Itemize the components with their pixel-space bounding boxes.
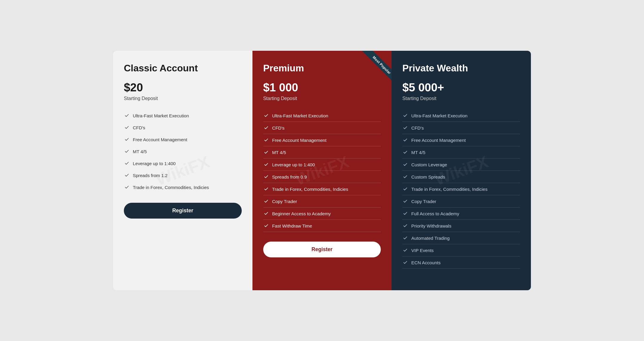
feature-text: Free Account Management [272,138,326,143]
list-item: Leverage up to 1:400 [263,159,381,171]
classic-title: Classic Account [124,63,242,74]
check-icon [263,125,269,131]
list-item: MT 4/5 [263,146,381,159]
list-item: CFD's [263,122,381,134]
check-icon [402,247,408,253]
premium-deposit-label: Starting Deposit [263,96,381,101]
list-item: Ultra-Fast Market Execution [263,110,381,122]
list-item: Copy Trader [263,195,381,208]
feature-text: Custom Spreads [411,174,445,179]
feature-text: Trade in Forex, Commodities, Indicies [411,187,487,192]
check-icon [263,198,269,204]
list-item: Trade in Forex, Commodities, Indicies [124,181,242,193]
feature-text: CFD's [272,125,285,130]
check-icon [124,136,130,142]
check-icon [263,149,269,155]
private-features-list: Ultra-Fast Market Execution CFD's Free A… [402,110,520,269]
list-item: Custom Spreads [402,171,520,183]
list-item: Trade in Forex, Commodities, Indicies [263,183,381,195]
list-item: Custom Leverage [402,159,520,171]
feature-text: Free Account Management [411,138,466,143]
feature-text: Free Account Management [133,137,187,142]
premium-register-button[interactable]: Register [263,242,381,257]
private-price: $5 000+ [402,81,520,94]
feature-text: Ultra-Fast Market Execution [272,113,328,118]
classic-register-button[interactable]: Register [124,203,242,219]
list-item: Spreads from 1.2 [124,169,242,181]
list-item: Trade in Forex, Commodities, Indicies [402,183,520,195]
check-icon [402,186,408,192]
check-icon [263,211,269,216]
list-item: Full Access to Academy [402,208,520,220]
private-title: Private Wealth [402,63,520,74]
check-icon [263,137,269,143]
premium-title: Premium [263,63,381,74]
check-icon [402,137,408,143]
list-item: VIP Events [402,244,520,256]
check-icon [124,160,130,166]
feature-text: Copy Trader [411,199,436,204]
feature-text: Copy Trader [272,199,297,204]
list-item: Priority Withdrawals [402,220,520,232]
feature-text: VIP Events [411,248,434,253]
check-icon [263,223,269,229]
classic-features-list: Ultra-Fast Market Execution CFD's Free A… [124,110,242,193]
list-item: Automated Trading [402,232,520,244]
feature-text: Priority Withdrawals [411,223,451,228]
check-icon [263,113,269,119]
list-item: Fast Withdraw Time [263,220,381,232]
check-icon [263,186,269,192]
check-icon [402,198,408,204]
classic-price: $20 [124,81,242,94]
list-item: MT 4/5 [124,145,242,157]
list-item: Beginner Access to Academy [263,208,381,220]
list-item: Leverage up to 1:400 [124,157,242,169]
private-deposit-label: Starting Deposit [402,96,520,101]
list-item: Spreads from 0.9 [263,171,381,183]
feature-text: Trade in Forex, Commodities, Indicies [133,185,209,190]
feature-text: Beginner Access to Academy [272,211,331,216]
check-icon [124,172,130,178]
premium-features-list: Ultra-Fast Market Execution CFD's Free A… [263,110,381,232]
list-item: Ultra-Fast Market Execution [402,110,520,122]
list-item: MT 4/5 [402,146,520,159]
feature-text: MT 4/5 [272,150,286,155]
card-private: WikiFX Private Wealth $5 000+ Starting D… [392,51,531,290]
feature-text: Trade in Forex, Commodities, Indicies [272,187,348,192]
check-icon [402,235,408,241]
pricing-container: WikiFX Classic Account $20 Starting Depo… [113,51,531,290]
list-item: CFD's [124,122,242,133]
check-icon [402,211,408,216]
check-icon [124,148,130,154]
list-item: Free Account Management [402,134,520,146]
check-icon [402,174,408,180]
feature-text: Custom Leverage [411,162,447,167]
list-item: CFD's [402,122,520,134]
check-icon [402,259,408,265]
feature-text: Spreads from 1.2 [133,173,168,178]
list-item: Free Account Management [124,133,242,145]
check-icon [402,223,408,229]
check-icon [124,113,130,119]
check-icon [124,125,130,130]
feature-text: Leverage up to 1:400 [272,162,315,167]
list-item: Ultra-Fast Market Execution [124,110,242,122]
check-icon [402,125,408,131]
premium-price: $1 000 [263,81,381,94]
card-classic: WikiFX Classic Account $20 Starting Depo… [113,51,252,290]
feature-text: CFD's [411,125,424,130]
check-icon [263,162,269,168]
feature-text: CFD's [133,125,145,130]
feature-text: MT 4/5 [411,150,425,155]
check-icon [402,113,408,119]
feature-text: Spreads from 0.9 [272,174,307,179]
feature-text: Fast Withdraw Time [272,223,312,228]
card-premium: Most Popular WikiFX Premium $1 000 Start… [252,51,392,290]
feature-text: Automated Trading [411,236,449,241]
check-icon [263,174,269,180]
classic-deposit-label: Starting Deposit [124,96,242,101]
feature-text: Full Access to Academy [411,211,459,216]
check-icon [124,184,130,190]
feature-text: ECN Accounts [411,260,440,265]
feature-text: Leverage up to 1:400 [133,161,176,166]
